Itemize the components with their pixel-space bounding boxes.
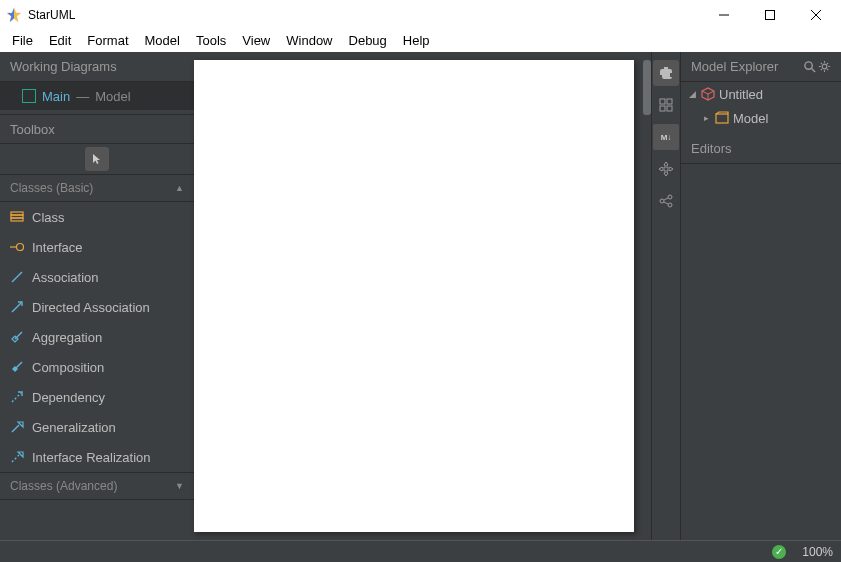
titlebar: StarUML	[0, 0, 841, 30]
svg-line-15	[12, 393, 21, 402]
tool-generalization[interactable]: Generalization	[0, 412, 194, 442]
menu-help[interactable]: Help	[395, 31, 438, 50]
svg-point-23	[660, 199, 664, 203]
collapse-up-icon: ▲	[175, 183, 184, 193]
app-logo-icon	[6, 7, 22, 23]
interface-realization-icon	[10, 450, 24, 464]
svg-rect-19	[667, 99, 672, 104]
svg-line-13	[15, 332, 22, 339]
tool-aggregation[interactable]: Aggregation	[0, 322, 194, 352]
menu-view[interactable]: View	[234, 31, 278, 50]
toolbox-label: Toolbox	[10, 122, 55, 137]
svg-point-27	[805, 62, 812, 69]
tree-project[interactable]: ◢ Untitled	[681, 82, 841, 106]
aggregation-icon	[10, 330, 24, 344]
diagram-main-label: Main	[42, 89, 70, 104]
app-title: StarUML	[28, 8, 701, 22]
project-icon	[701, 87, 715, 101]
class-icon	[10, 210, 24, 224]
svg-point-29	[822, 64, 827, 69]
tool-interface[interactable]: Interface	[0, 232, 194, 262]
section-basic-label: Classes (Basic)	[10, 181, 93, 195]
svg-line-26	[664, 202, 668, 204]
editors-label: Editors	[691, 141, 731, 156]
collapse-down-icon: ▼	[175, 481, 184, 491]
tool-aggregation-label: Aggregation	[32, 330, 102, 345]
menu-tools[interactable]: Tools	[188, 31, 234, 50]
share-icon[interactable]	[653, 188, 679, 214]
menubar: File Edit Format Model Tools View Window…	[0, 30, 841, 52]
tool-class[interactable]: Class	[0, 202, 194, 232]
window-controls	[701, 0, 839, 30]
model-explorer-header: Model Explorer	[681, 52, 841, 82]
dependency-icon	[10, 390, 24, 404]
svg-point-22	[668, 195, 672, 199]
canvas-area	[194, 52, 651, 540]
menu-edit[interactable]: Edit	[41, 31, 79, 50]
generalization-icon	[10, 420, 24, 434]
tool-association[interactable]: Association	[0, 262, 194, 292]
composition-icon	[10, 360, 24, 374]
svg-point-10	[17, 244, 24, 251]
menu-model[interactable]: Model	[137, 31, 188, 50]
tool-association-label: Association	[32, 270, 98, 285]
maximize-button[interactable]	[747, 0, 793, 30]
svg-point-24	[668, 203, 672, 207]
vertical-scrollbar[interactable]	[643, 60, 651, 115]
menu-debug[interactable]: Debug	[341, 31, 395, 50]
diagram-sub-label: Model	[95, 89, 130, 104]
diagram-canvas[interactable]	[194, 60, 634, 532]
move-icon[interactable]	[653, 156, 679, 182]
editors-header: Editors	[681, 134, 841, 164]
model-icon	[715, 111, 729, 125]
cursor-tool-row	[0, 144, 194, 174]
toolbox-header: Toolbox	[0, 114, 194, 144]
tool-dependency-label: Dependency	[32, 390, 105, 405]
tree-model[interactable]: ▸ Model	[681, 106, 841, 130]
diagram-tab-main[interactable]: Main — Model	[0, 82, 194, 110]
diagram-sep: —	[76, 89, 89, 104]
tool-interface-realization[interactable]: Interface Realization	[0, 442, 194, 472]
right-toolstrip: M↓	[651, 52, 681, 540]
svg-rect-30	[716, 114, 728, 123]
svg-line-25	[664, 198, 668, 200]
section-classes-basic[interactable]: Classes (Basic) ▲	[0, 174, 194, 202]
menu-format[interactable]: Format	[79, 31, 136, 50]
svg-line-17	[12, 455, 19, 462]
markdown-icon[interactable]: M↓	[653, 124, 679, 150]
svg-rect-21	[667, 106, 672, 111]
tool-directed-association-label: Directed Association	[32, 300, 150, 315]
tool-composition-label: Composition	[32, 360, 104, 375]
cursor-icon	[91, 153, 103, 165]
grid-icon[interactable]	[653, 92, 679, 118]
close-button[interactable]	[793, 0, 839, 30]
minimize-button[interactable]	[701, 0, 747, 30]
tool-interface-label: Interface	[32, 240, 83, 255]
gear-icon[interactable]	[818, 60, 831, 73]
right-panel: Model Explorer ◢ Untitled ▸ Model Editor…	[681, 52, 841, 540]
working-diagrams-header: Working Diagrams	[0, 52, 194, 82]
menu-window[interactable]: Window	[278, 31, 340, 50]
expand-right-icon[interactable]: ▸	[701, 113, 711, 123]
project-label: Untitled	[719, 87, 763, 102]
association-icon	[10, 270, 24, 284]
zoom-level[interactable]: 100%	[802, 545, 833, 559]
statusbar: ✓ 100%	[0, 540, 841, 562]
status-ok-icon[interactable]: ✓	[772, 545, 786, 559]
workspace: Working Diagrams Main — Model Toolbox Cl…	[0, 52, 841, 540]
tool-composition[interactable]: Composition	[0, 352, 194, 382]
tool-directed-association[interactable]: Directed Association	[0, 292, 194, 322]
extension-icon[interactable]	[653, 60, 679, 86]
expand-down-icon[interactable]: ◢	[687, 89, 697, 99]
section-classes-advanced[interactable]: Classes (Advanced) ▼	[0, 472, 194, 500]
svg-line-16	[12, 425, 19, 432]
search-icon[interactable]	[803, 60, 816, 73]
svg-line-11	[12, 272, 22, 282]
left-panel: Working Diagrams Main — Model Toolbox Cl…	[0, 52, 194, 540]
model-label: Model	[733, 111, 768, 126]
tool-generalization-label: Generalization	[32, 420, 116, 435]
select-tool[interactable]	[85, 147, 109, 171]
svg-rect-20	[660, 106, 665, 111]
menu-file[interactable]: File	[4, 31, 41, 50]
tool-dependency[interactable]: Dependency	[0, 382, 194, 412]
